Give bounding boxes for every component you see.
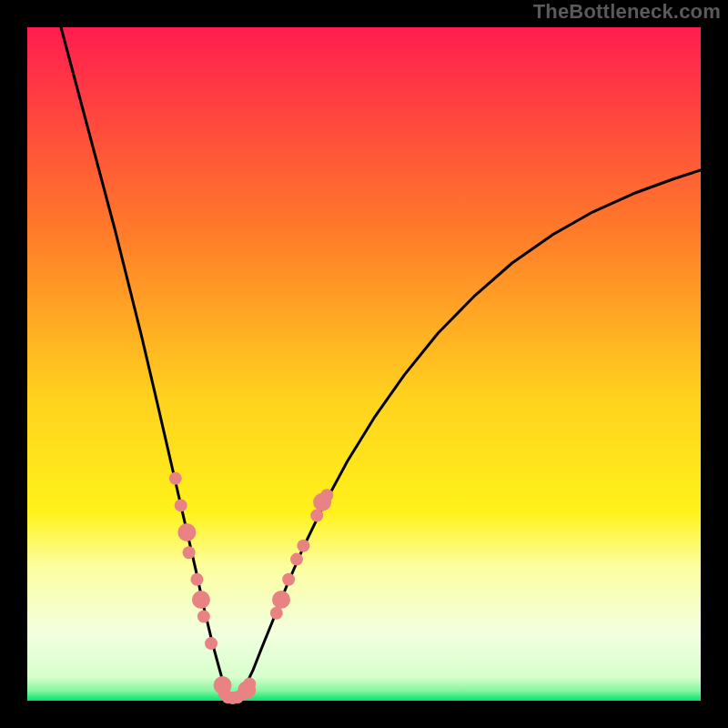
curve-marker (177, 523, 196, 541)
curve-marker (320, 489, 333, 501)
watermark-text: TheBottleneck.com (533, 0, 721, 24)
curve-marker (175, 499, 187, 511)
curve-marker (190, 573, 203, 586)
curve-marker (243, 678, 256, 691)
curve-marker (197, 611, 210, 623)
curve-marker (297, 540, 309, 552)
curve-marker (169, 472, 182, 485)
curve-marker (205, 637, 217, 650)
plot-background (27, 27, 701, 701)
curve-marker (183, 546, 196, 559)
curve-marker (192, 591, 210, 609)
curve-marker (282, 573, 295, 586)
curve-marker (290, 553, 303, 566)
chart-root: TheBottleneck.com (0, 0, 728, 728)
curve-marker (272, 591, 290, 609)
chart-svg (0, 0, 728, 728)
